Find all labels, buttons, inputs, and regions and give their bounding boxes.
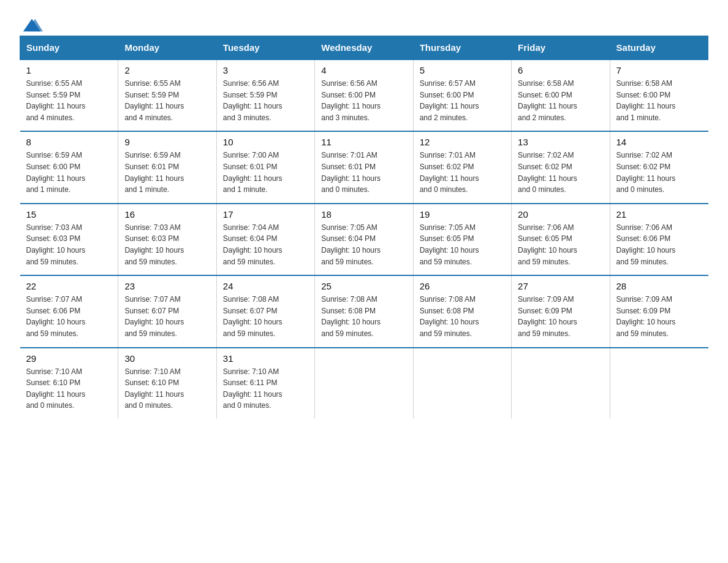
calendar-cell: 6Sunrise: 6:58 AMSunset: 6:00 PMDaylight… [512,59,610,131]
col-header-sunday: Sunday [20,36,118,60]
day-number: 5 [420,65,505,75]
day-number: 15 [26,209,112,220]
day-info: Sunrise: 6:59 AMSunset: 6:00 PMDaylight:… [26,150,112,195]
day-number: 3 [223,65,308,75]
day-number: 9 [124,137,210,147]
day-info: Sunrise: 6:58 AMSunset: 6:00 PMDaylight:… [616,78,702,123]
col-header-monday: Monday [118,36,216,60]
day-info: Sunrise: 6:56 AMSunset: 5:59 PMDaylight:… [223,78,308,123]
calendar-cell: 29Sunrise: 7:10 AMSunset: 6:10 PMDayligh… [20,348,118,419]
day-number: 6 [518,65,603,75]
day-info: Sunrise: 6:59 AMSunset: 6:01 PMDaylight:… [124,150,210,195]
day-number: 27 [518,281,603,291]
day-info: Sunrise: 7:00 AMSunset: 6:01 PMDaylight:… [223,150,308,195]
col-header-saturday: Saturday [610,36,708,60]
calendar-cell: 11Sunrise: 7:01 AMSunset: 6:01 PMDayligh… [315,131,413,203]
day-info: Sunrise: 7:10 AMSunset: 6:10 PMDaylight:… [124,366,210,412]
day-number: 14 [616,137,702,147]
calendar-cell: 7Sunrise: 6:58 AMSunset: 6:00 PMDaylight… [610,59,708,131]
calendar-cell: 24Sunrise: 7:08 AMSunset: 6:07 PMDayligh… [216,275,314,347]
calendar-cell: 20Sunrise: 7:06 AMSunset: 6:05 PMDayligh… [512,204,610,275]
calendar-cell [413,348,511,419]
day-number: 29 [26,353,112,364]
day-info: Sunrise: 6:55 AMSunset: 5:59 PMDaylight:… [26,78,112,123]
day-number: 11 [321,137,406,147]
calendar-cell: 19Sunrise: 7:05 AMSunset: 6:05 PMDayligh… [413,204,511,275]
calendar-cell: 4Sunrise: 6:56 AMSunset: 6:00 PMDaylight… [315,59,413,131]
calendar-cell: 18Sunrise: 7:05 AMSunset: 6:04 PMDayligh… [315,204,413,275]
day-number: 2 [124,65,210,75]
day-number: 25 [321,281,406,291]
day-info: Sunrise: 7:03 AMSunset: 6:03 PMDaylight:… [26,222,112,267]
calendar-cell: 17Sunrise: 7:04 AMSunset: 6:04 PMDayligh… [216,204,314,275]
day-info: Sunrise: 6:55 AMSunset: 5:59 PMDaylight:… [124,78,210,123]
calendar-cell: 12Sunrise: 7:01 AMSunset: 6:02 PMDayligh… [413,131,511,203]
day-info: Sunrise: 7:06 AMSunset: 6:06 PMDaylight:… [616,222,702,267]
calendar-cell: 10Sunrise: 7:00 AMSunset: 6:01 PMDayligh… [216,131,314,203]
page-header [20,15,708,23]
day-info: Sunrise: 7:08 AMSunset: 6:07 PMDaylight:… [223,294,308,339]
day-info: Sunrise: 6:58 AMSunset: 6:00 PMDaylight:… [518,78,603,123]
day-number: 1 [26,65,112,75]
calendar-cell: 25Sunrise: 7:08 AMSunset: 6:08 PMDayligh… [315,275,413,347]
day-info: Sunrise: 7:10 AMSunset: 6:11 PMDaylight:… [223,366,308,412]
calendar-cell: 28Sunrise: 7:09 AMSunset: 6:09 PMDayligh… [610,275,708,347]
col-header-friday: Friday [512,36,610,60]
day-number: 17 [223,209,308,220]
col-header-tuesday: Tuesday [216,36,314,60]
day-info: Sunrise: 7:02 AMSunset: 6:02 PMDaylight:… [616,150,702,195]
calendar-week-row: 15Sunrise: 7:03 AMSunset: 6:03 PMDayligh… [20,204,708,275]
calendar-table: SundayMondayTuesdayWednesdayThursdayFrid… [20,36,708,419]
day-number: 20 [518,209,603,220]
day-info: Sunrise: 7:09 AMSunset: 6:09 PMDaylight:… [616,294,702,339]
day-info: Sunrise: 7:08 AMSunset: 6:08 PMDaylight:… [420,294,505,339]
calendar-cell: 22Sunrise: 7:07 AMSunset: 6:06 PMDayligh… [20,275,118,347]
day-number: 18 [321,209,406,220]
day-number: 31 [223,353,308,364]
day-info: Sunrise: 7:05 AMSunset: 6:04 PMDaylight:… [321,222,406,267]
day-number: 13 [518,137,603,147]
day-number: 8 [26,137,112,147]
calendar-cell: 5Sunrise: 6:57 AMSunset: 6:00 PMDaylight… [413,59,511,131]
day-info: Sunrise: 7:07 AMSunset: 6:07 PMDaylight:… [124,294,210,339]
calendar-week-row: 22Sunrise: 7:07 AMSunset: 6:06 PMDayligh… [20,275,708,347]
day-number: 28 [616,281,702,291]
day-number: 26 [420,281,505,291]
calendar-cell: 16Sunrise: 7:03 AMSunset: 6:03 PMDayligh… [118,204,216,275]
calendar-week-row: 29Sunrise: 7:10 AMSunset: 6:10 PMDayligh… [20,348,708,419]
day-info: Sunrise: 7:05 AMSunset: 6:05 PMDaylight:… [420,222,505,267]
day-info: Sunrise: 7:02 AMSunset: 6:02 PMDaylight:… [518,150,603,195]
day-number: 19 [420,209,505,220]
day-number: 30 [124,353,210,364]
day-number: 24 [223,281,308,291]
calendar-cell: 9Sunrise: 6:59 AMSunset: 6:01 PMDaylight… [118,131,216,203]
calendar-cell: 2Sunrise: 6:55 AMSunset: 5:59 PMDaylight… [118,59,216,131]
calendar-cell: 8Sunrise: 6:59 AMSunset: 6:00 PMDaylight… [20,131,118,203]
calendar-cell: 23Sunrise: 7:07 AMSunset: 6:07 PMDayligh… [118,275,216,347]
day-info: Sunrise: 6:57 AMSunset: 6:00 PMDaylight:… [420,78,505,123]
day-number: 4 [321,65,406,75]
calendar-week-row: 1Sunrise: 6:55 AMSunset: 5:59 PMDaylight… [20,59,708,131]
day-info: Sunrise: 7:07 AMSunset: 6:06 PMDaylight:… [26,294,112,339]
col-header-thursday: Thursday [413,36,511,60]
day-number: 23 [124,281,210,291]
logo-icon [21,16,43,34]
calendar-cell [512,348,610,419]
col-header-wednesday: Wednesday [315,36,413,60]
calendar-week-row: 8Sunrise: 6:59 AMSunset: 6:00 PMDaylight… [20,131,708,203]
calendar-cell: 3Sunrise: 6:56 AMSunset: 5:59 PMDaylight… [216,59,314,131]
day-info: Sunrise: 6:56 AMSunset: 6:00 PMDaylight:… [321,78,406,123]
day-info: Sunrise: 7:08 AMSunset: 6:08 PMDaylight:… [321,294,406,339]
calendar-cell: 1Sunrise: 6:55 AMSunset: 5:59 PMDaylight… [20,59,118,131]
day-number: 22 [26,281,112,291]
calendar-cell [315,348,413,419]
day-number: 16 [124,209,210,220]
day-info: Sunrise: 7:10 AMSunset: 6:10 PMDaylight:… [26,366,112,412]
day-number: 7 [616,65,702,75]
calendar-cell: 15Sunrise: 7:03 AMSunset: 6:03 PMDayligh… [20,204,118,275]
calendar-cell: 21Sunrise: 7:06 AMSunset: 6:06 PMDayligh… [610,204,708,275]
calendar-cell [610,348,708,419]
calendar-cell: 27Sunrise: 7:09 AMSunset: 6:09 PMDayligh… [512,275,610,347]
day-info: Sunrise: 7:04 AMSunset: 6:04 PMDaylight:… [223,222,308,267]
day-info: Sunrise: 7:09 AMSunset: 6:09 PMDaylight:… [518,294,603,339]
